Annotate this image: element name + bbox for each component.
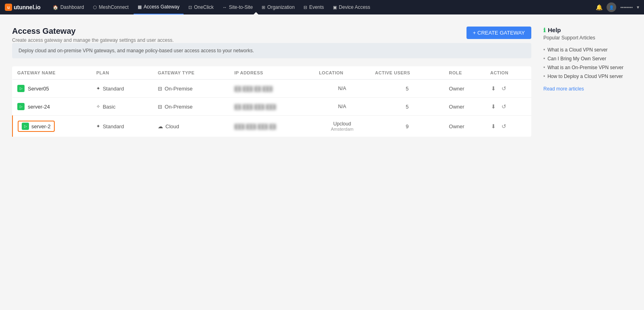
role-label: Owner bbox=[449, 86, 464, 92]
nav-icon-device-access: ▣ bbox=[333, 5, 337, 10]
content-area: Access Gateway Create access gateway and… bbox=[12, 27, 531, 137]
type-icon: ⊟ bbox=[158, 104, 162, 110]
ip-cell: ███.███.███.██ bbox=[229, 116, 314, 137]
role-cell: Owner bbox=[444, 80, 485, 98]
gateway-name-cell[interactable]: ▷ Server05 bbox=[12, 80, 91, 98]
nav-label-device-access: Device Access bbox=[339, 4, 370, 10]
nav-icon-events: ⊟ bbox=[303, 5, 307, 10]
help-article-item[interactable]: What is a Cloud VPN server bbox=[543, 45, 632, 54]
role-label: Owner bbox=[449, 123, 464, 129]
navbar-right: 🔔 👤 •••••••• ▾ bbox=[596, 2, 639, 12]
table-row[interactable]: ▷ Server05 ✦ Standard ⊟ On-Premise ██.██… bbox=[12, 80, 531, 98]
plan-icon: ✦ bbox=[96, 86, 100, 91]
col-header-gateway-name: GATEWAY NAME bbox=[12, 66, 91, 80]
server-icon: ▷ bbox=[17, 103, 25, 110]
active-indicator bbox=[254, 12, 258, 14]
read-more-link[interactable]: Read more articles bbox=[543, 86, 584, 92]
nav-label-site-to-site: Site-to-Site bbox=[229, 4, 253, 10]
help-article-item[interactable]: Can I Bring My Own Server bbox=[543, 54, 632, 63]
role-cell: Owner bbox=[444, 116, 485, 137]
gateway-table-container: GATEWAY NAMEPLANGATEWAY TYPEIP ADDRESSLO… bbox=[12, 66, 531, 137]
page-title: Access Gateway bbox=[12, 27, 174, 36]
table-row[interactable]: ▷ server-24 ✧ Basic ⊟ On-Premise ██.███.… bbox=[12, 98, 531, 116]
help-article-item[interactable]: How to Deploy a Cloud VPN server bbox=[543, 72, 632, 81]
nav-label-meshconnect: MeshConnect bbox=[99, 4, 129, 10]
action-cell: ⬇ ↺ bbox=[485, 98, 531, 116]
ip-cell: ██.███.███.███ bbox=[229, 98, 314, 116]
type-cell: ⊟ On-Premise bbox=[153, 98, 229, 116]
nav-icon-site-to-site: ↔ bbox=[223, 5, 227, 10]
refresh-button[interactable]: ↺ bbox=[501, 122, 507, 130]
type-label: On-Premise bbox=[165, 104, 192, 110]
type-cell: ⊟ On-Premise bbox=[153, 80, 229, 98]
active-users-cell: 5 bbox=[370, 98, 444, 116]
location-sub: Amsterdam bbox=[319, 127, 365, 131]
active-users-count: 5 bbox=[406, 104, 409, 110]
type-icon: ⊟ bbox=[158, 86, 162, 92]
col-header-plan: PLAN bbox=[91, 66, 153, 80]
type-label: On-Premise bbox=[165, 86, 192, 92]
plan-cell: ✧ Basic bbox=[91, 98, 153, 116]
table-row[interactable]: ▷ server-2 ✦ Standard ☁ Cloud ███.███.██… bbox=[12, 116, 531, 137]
gateway-name-label: server-24 bbox=[28, 104, 50, 110]
brand-logo[interactable]: u utunnel.io bbox=[5, 4, 41, 11]
ip-address: ██.███.██.███ bbox=[234, 86, 272, 92]
plan-label: Standard bbox=[103, 86, 124, 92]
help-article-item[interactable]: What is an On-Premise VPN server bbox=[543, 63, 632, 72]
nav-item-device-access[interactable]: ▣Device Access bbox=[329, 0, 374, 14]
avatar[interactable]: 👤 bbox=[607, 2, 616, 12]
help-title: ℹ Help bbox=[543, 27, 632, 33]
server-icon: ▷ bbox=[17, 85, 25, 92]
page-header: Access Gateway Create access gateway and… bbox=[12, 27, 531, 43]
ip-address: ██.███.███.███ bbox=[234, 104, 276, 110]
refresh-button[interactable]: ↺ bbox=[501, 84, 507, 92]
location-cell: N/A bbox=[314, 98, 370, 116]
location-cell: N/A bbox=[314, 80, 370, 98]
logo-text: utunnel.io bbox=[14, 4, 41, 10]
gateway-name-cell[interactable]: ▷ server-2 bbox=[12, 116, 91, 137]
active-users-cell: 5 bbox=[370, 80, 444, 98]
help-article-label: How to Deploy a Cloud VPN server bbox=[547, 74, 623, 79]
refresh-button[interactable]: ↺ bbox=[501, 103, 507, 111]
help-subtitle: Popular Support Articles bbox=[543, 35, 632, 41]
gateway-name-label: Server05 bbox=[28, 86, 49, 92]
create-gateway-button[interactable]: + CREATE GATEWAY bbox=[466, 27, 531, 39]
table-body: ▷ Server05 ✦ Standard ⊟ On-Premise ██.██… bbox=[12, 80, 531, 137]
nav-item-organization[interactable]: ⊞Organization bbox=[258, 0, 299, 14]
nav-item-dashboard[interactable]: 🏠Dashboard bbox=[49, 0, 88, 14]
help-articles-list: What is a Cloud VPN serverCan I Bring My… bbox=[543, 45, 632, 81]
location-label: N/A bbox=[319, 86, 365, 91]
nav-icon-organization: ⊞ bbox=[262, 5, 265, 10]
location-label: Upcloud bbox=[319, 121, 365, 127]
plan-label: Standard bbox=[103, 123, 124, 129]
nav-icon-access-gateway: ▦ bbox=[138, 4, 142, 10]
help-icon: ℹ bbox=[543, 27, 545, 33]
page-subtitle: Create access gateway and manage the gat… bbox=[12, 37, 174, 43]
col-header-location: LOCATION bbox=[314, 66, 370, 80]
plan-cell: ✦ Standard bbox=[91, 80, 153, 98]
nav-item-oneclick[interactable]: ⊡OneClick bbox=[184, 0, 218, 14]
nav-icon-dashboard: 🏠 bbox=[53, 5, 58, 10]
download-button[interactable]: ⬇ bbox=[490, 103, 497, 111]
type-label: Cloud bbox=[165, 123, 179, 129]
role-cell: Owner bbox=[444, 98, 485, 116]
notification-icon[interactable]: 🔔 bbox=[596, 4, 603, 10]
type-cell: ☁ Cloud bbox=[153, 116, 229, 137]
nav-item-access-gateway[interactable]: ▦Access Gateway bbox=[134, 0, 184, 14]
info-banner: Deploy cloud and on-premise VPN gateways… bbox=[12, 43, 531, 58]
nav-item-meshconnect[interactable]: ⬡MeshConnect bbox=[89, 0, 133, 14]
download-button[interactable]: ⬇ bbox=[490, 122, 497, 130]
action-cell: ⬇ ↺ bbox=[485, 80, 531, 98]
nav-item-events[interactable]: ⊟Events bbox=[299, 0, 328, 14]
col-header-ip-address: IP ADDRESS bbox=[229, 66, 314, 80]
gateway-name-cell[interactable]: ▷ server-24 bbox=[12, 98, 91, 116]
user-chevron-icon[interactable]: ▾ bbox=[637, 4, 639, 10]
logo-icon: u bbox=[5, 4, 12, 11]
selected-gateway-name[interactable]: ▷ server-2 bbox=[18, 121, 55, 132]
ip-address: ███.███.███.██ bbox=[234, 124, 276, 129]
help-article-label: What is an On-Premise VPN server bbox=[547, 65, 623, 70]
nav-item-site-to-site[interactable]: ↔Site-to-Site bbox=[219, 0, 257, 14]
plan-label: Basic bbox=[103, 104, 116, 110]
active-users-count: 5 bbox=[406, 86, 409, 92]
download-button[interactable]: ⬇ bbox=[490, 84, 497, 92]
